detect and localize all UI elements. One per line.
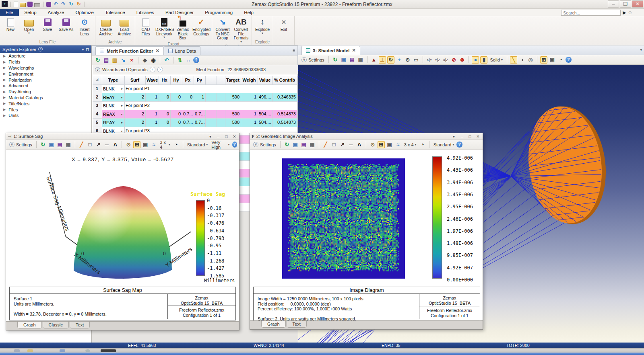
text-icon[interactable]: A — [356, 141, 363, 148]
zoom-icon[interactable]: ⊙ — [404, 56, 411, 64]
load-archive-button[interactable]: Load Archive — [115, 16, 134, 39]
table-cell[interactable]: 0.7... — [194, 119, 206, 127]
table-cell[interactable]: 1 — [241, 93, 258, 102]
table-cell[interactable]: 500 — [225, 110, 241, 119]
column-header[interactable]: Hy — [171, 76, 182, 85]
target-icon[interactable]: ◉ — [150, 57, 157, 64]
table-cell[interactable] — [206, 93, 217, 102]
table-cell[interactable]: 2 — [125, 93, 146, 102]
table-cell[interactable]: 1 — [146, 119, 159, 127]
refresh-icon[interactable]: ↻ — [283, 141, 291, 148]
minimize-icon[interactable]: – — [459, 134, 465, 139]
ribbon-tab-help[interactable]: Help — [238, 9, 259, 16]
table-row[interactable]: 2REAY▼2100015001496....0.346335 — [93, 93, 297, 102]
globe-icon[interactable]: ● — [472, 56, 479, 64]
layers-icon[interactable]: ≈ — [150, 141, 157, 148]
table-cell[interactable]: 0 — [171, 110, 182, 119]
refresh-icon[interactable]: ↻ — [94, 57, 101, 64]
convert-to-nsc-group-button[interactable]: ↘Convert To NSC Group — [213, 16, 232, 44]
table-cell[interactable]: 0.346335 — [272, 93, 297, 102]
layout-icon[interactable]: ⊞ — [378, 141, 385, 148]
arrow-icon[interactable]: ↗ — [95, 141, 102, 148]
wizard-icon[interactable]: ◆ — [141, 57, 149, 64]
table-cell[interactable]: 0 — [159, 93, 171, 102]
save-icon[interactable]: ▤ — [349, 56, 356, 64]
help-icon[interactable]: ? — [456, 142, 462, 148]
table-cell[interactable]: 1 — [194, 93, 206, 102]
comment-cell[interactable]: For point P2 — [125, 102, 297, 110]
help-icon[interactable]: ? — [232, 142, 237, 148]
layout-icon[interactable]: ⊞ — [540, 56, 547, 64]
column-header[interactable]: ◢ — [93, 76, 102, 85]
open-button[interactable]: Open▾ — [20, 16, 38, 39]
column-header[interactable]: Type — [102, 76, 125, 85]
ribbon-tab-analyze[interactable]: Analyze — [42, 9, 70, 16]
taskbar-icon[interactable] — [85, 349, 90, 352]
tab-overflow-icon[interactable]: ▾ — [640, 48, 642, 52]
column-header[interactable]: Value — [258, 76, 272, 85]
rotate-icon[interactable]: ↻ — [387, 56, 394, 64]
sidebar-item-material-catalogs[interactable]: ▶Material Catalogs — [0, 95, 91, 101]
operand-type-dropdown[interactable]: BLNK▼ — [102, 85, 125, 93]
save-as-button[interactable]: Save As — [57, 16, 75, 39]
table-cell[interactable] — [206, 110, 217, 119]
plane-view-button[interactable]: X|Y — [426, 58, 433, 62]
restore-button[interactable]: ❒ — [620, 0, 631, 8]
chevron-down-icon[interactable]: ∨ — [95, 67, 100, 72]
table-cell[interactable]: 504.... — [258, 119, 272, 127]
copy-icon[interactable]: ▣ — [48, 141, 55, 148]
table-cell[interactable]: 496.... — [258, 93, 272, 102]
table-cell[interactable]: 0 — [171, 93, 182, 102]
close-button[interactable]: ✕ — [632, 0, 643, 8]
table-cell[interactable]: 0.7... — [194, 110, 206, 119]
wizards-label[interactable]: Wizards and Operands — [102, 67, 148, 72]
table-cell[interactable]: 0 — [182, 93, 194, 102]
copy-window-icon[interactable]: ▣ — [549, 56, 556, 64]
maximize-icon[interactable]: □ — [467, 134, 473, 139]
tab-merit-function-editor[interactable]: Merit Function Editor✕ — [95, 46, 164, 55]
table-cell[interactable]: 1 — [241, 110, 258, 119]
sidebar-item-files[interactable]: ▶Files — [0, 107, 91, 113]
undo-icon[interactable]: ↶ — [163, 57, 170, 64]
lock-icon[interactable]: ⊙ — [125, 141, 132, 148]
windows-taskbar[interactable] — [0, 348, 644, 353]
surface-sag-titlebar[interactable]: ⊣ 1: Surface Sag ▾ – □ ✕ — [6, 133, 239, 140]
insert-lens-button[interactable]: ⊙Insert Lens — [75, 16, 94, 39]
convert-file-formats-button[interactable]: ABConvert File Formats▾ — [232, 16, 250, 44]
ribbon-tab-optimize[interactable]: Optimize — [70, 9, 99, 16]
table-cell[interactable]: 2 — [125, 110, 146, 119]
save-icon[interactable]: ▤ — [56, 141, 64, 148]
sidebar-item-title-notes[interactable]: ▶Title/Notes — [0, 101, 91, 107]
table-row[interactable]: 5REAY▼21000.7...0.7...5001504....0.51487… — [93, 119, 297, 127]
close-icon[interactable]: ✕ — [475, 134, 481, 139]
sidebar-item-fields[interactable]: ▶Fields — [0, 59, 91, 65]
minimize-button[interactable]: – — [608, 0, 619, 8]
pin-icon[interactable]: ⊓ — [86, 47, 89, 51]
pan-icon[interactable]: + — [396, 56, 403, 64]
ribbon-tab-programming[interactable]: Programming — [199, 9, 238, 16]
refresh-icon[interactable]: ↻ — [332, 56, 339, 64]
explode-button[interactable]: ↕Explode▾ — [253, 16, 272, 39]
tab-graph[interactable]: Graph — [261, 321, 286, 328]
tab-graph[interactable]: Graph — [17, 322, 42, 328]
clock-icon[interactable]: ◔ — [173, 141, 180, 148]
operand-type-dropdown[interactable]: REAX▼ — [102, 110, 125, 119]
isometric-view-icon[interactable]: ▲ — [370, 56, 378, 64]
mode-dropdown[interactable]: Standard▾ — [432, 142, 456, 147]
encrypted-coatings-button[interactable]: ✓Encrypted Coatings — [192, 16, 211, 41]
solid-mode-dropdown[interactable]: Solid▾ — [489, 57, 504, 62]
plane-view-button[interactable]: X|Z — [442, 58, 449, 62]
update-icon[interactable]: ↻ — [68, 1, 74, 7]
collapse-icon[interactable]: ▾ — [82, 47, 84, 51]
undo-icon[interactable]: ↶ — [53, 1, 59, 7]
swap-icon[interactable]: ↔ — [185, 57, 192, 64]
table-cell[interactable]: 0.514873 — [272, 119, 297, 127]
table-cell[interactable]: 0.7... — [182, 119, 194, 127]
comment-cell[interactable]: For point P1 — [125, 85, 297, 93]
tab-text[interactable]: Text — [287, 321, 307, 328]
save-icon[interactable]: ▤ — [103, 57, 110, 64]
operand-type-dropdown[interactable]: REAY▼ — [102, 119, 125, 127]
line-icon[interactable]: ─ — [103, 141, 110, 148]
line-icon[interactable]: ─ — [347, 141, 355, 148]
table-cell[interactable]: 504.... — [258, 110, 272, 119]
